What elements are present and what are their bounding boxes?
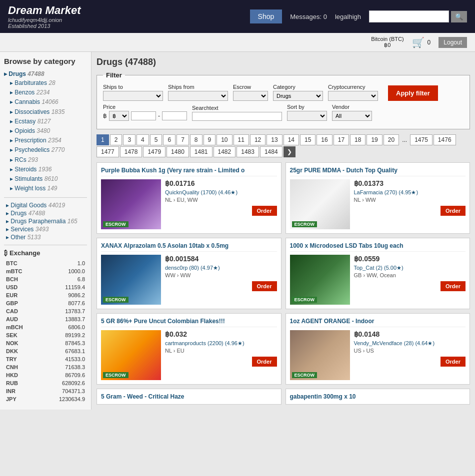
sidebar-item-prescription[interactable]: ▸ Prescription 2354	[4, 136, 87, 145]
order-button[interactable]: Order	[440, 281, 466, 291]
sidebar-item-barbiturates[interactable]: ▸ Barbiturates 28	[4, 78, 87, 88]
search-button[interactable]: 🔍	[451, 11, 467, 22]
product-vendor[interactable]: LaFarmacia (270) (4.95★)	[354, 189, 466, 196]
order-button[interactable]: Order	[252, 281, 277, 291]
exchange-value: 86709.6	[26, 372, 86, 379]
product-vendor[interactable]: QuicknQuality (1700) (4.46★)	[165, 189, 277, 196]
product-vendor[interactable]: Vendy_McVendface (28) (4.64★)	[354, 340, 466, 347]
sort-by-select[interactable]	[287, 111, 327, 121]
order-button[interactable]: Order	[252, 357, 277, 367]
product-title[interactable]: 1000 x Microdosed LSD Tabs 10ug each	[290, 242, 466, 252]
price-currency-select[interactable]: ฿	[109, 111, 129, 121]
product-info: ฿0.01373 LaFarmacia (270) (4.95★) NL › W…	[354, 179, 466, 229]
sidebar-item-drugs[interactable]: ▸ Drugs 47488	[4, 70, 87, 77]
apply-filter-button[interactable]: Apply filter	[388, 85, 438, 101]
escrow-select[interactable]	[233, 91, 268, 101]
sidebar-item-weightloss[interactable]: ▸ Weight loss 149	[4, 184, 87, 193]
sidebar-item-services[interactable]: ▸ Services 3493	[4, 226, 87, 233]
page-button-8[interactable]: 8	[190, 134, 202, 145]
sidebar-item-drugs2[interactable]: ▸ Drugs 47488	[4, 210, 87, 217]
page-button-15[interactable]: 15	[300, 134, 316, 145]
page-button-7[interactable]: 7	[176, 134, 189, 145]
page-button-13[interactable]: 13	[266, 134, 282, 145]
ships-to-select[interactable]	[103, 91, 163, 101]
page-button-1475[interactable]: 1475	[410, 134, 432, 145]
vendor-select[interactable]: All	[332, 111, 372, 121]
user-link[interactable]: legalhigh	[335, 13, 361, 20]
sidebar-item-steroids[interactable]: ▸ Steroids 1936	[4, 165, 87, 174]
cart-icon[interactable]: 🛒	[412, 36, 424, 48]
page-button-1[interactable]: 1	[96, 134, 109, 145]
cryptocurrency-select[interactable]	[328, 91, 378, 101]
sidebar-item-other[interactable]: ▸ Other 5133	[4, 234, 87, 241]
product-ships: US › US	[354, 348, 466, 354]
product-vendor[interactable]: densc0rp (80) (4.97★)	[165, 265, 277, 271]
page-button-5[interactable]: 5	[150, 134, 162, 145]
order-button[interactable]: Order	[440, 206, 466, 216]
page-button-17[interactable]: 17	[334, 134, 349, 145]
exchange-value: 13783.7	[26, 308, 86, 315]
page-button-1479[interactable]: 1479	[143, 146, 166, 157]
exchange-row: mBTC1000.0	[5, 268, 86, 275]
main-layout: Browse by category ▸ Drugs 47488 ▸ Barbi…	[0, 52, 475, 410]
category-label: Category	[273, 84, 323, 90]
exchange-row: NOK87845.3	[5, 340, 86, 347]
order-button[interactable]: Order	[252, 206, 277, 216]
page-button-2[interactable]: 2	[110, 134, 122, 145]
order-button[interactable]: Order	[440, 357, 466, 367]
page-button-11[interactable]: 11	[234, 134, 249, 145]
price-max-input[interactable]	[162, 111, 187, 120]
page-button-1480[interactable]: 1480	[166, 146, 189, 157]
searchtext-input[interactable]	[192, 112, 282, 121]
logout-button[interactable]: Logout	[438, 37, 467, 48]
product-title[interactable]: 5 GR 86%+ Pure Uncut Colombian Flakes!!!	[101, 318, 277, 327]
sidebar-item-stimulants[interactable]: ▸ Stimulants 8610	[4, 174, 87, 184]
page-button-1478[interactable]: 1478	[120, 146, 142, 157]
ships-to-label: Ships to	[103, 84, 163, 90]
page-button-1483[interactable]: 1483	[236, 146, 259, 157]
sidebar-item-digital-goods[interactable]: ▸ Digital Goods 44019	[4, 202, 87, 209]
sidebar-item-drugs-paraphernalia[interactable]: ▸ Drugs Paraphernalia 165	[4, 218, 87, 225]
sidebar-item-rcs[interactable]: ▸ RCs 293	[4, 155, 87, 165]
sidebar-item-psychedelics[interactable]: ▸ Psychedelics 2770	[4, 145, 87, 155]
bottom-title-2[interactable]: gabapentin 300mg x 10	[286, 389, 470, 405]
exchange-value: 8077.6	[26, 300, 86, 307]
page-button-19[interactable]: 19	[366, 134, 382, 145]
product-title[interactable]: 25gr PURE MDMA - Dutch Top Quality	[290, 167, 466, 176]
page-button-1477[interactable]: 1477	[96, 146, 119, 157]
bottom-titles: 5 Gram - Weed - Critical Haze gabapentin…	[96, 389, 470, 405]
page-button-1481[interactable]: 1481	[190, 146, 212, 157]
page-button-14[interactable]: 14	[284, 134, 299, 145]
sidebar-item-ecstasy[interactable]: ▸ Ecstasy 8127	[4, 117, 87, 126]
page-button-12[interactable]: 12	[250, 134, 266, 145]
product-vendor[interactable]: cartmanproducts (2200) (4.96★)	[165, 340, 277, 347]
page-button-9[interactable]: 9	[204, 134, 216, 145]
page-button-20[interactable]: 20	[384, 134, 399, 145]
page-button-6[interactable]: 6	[163, 134, 176, 145]
sidebar-item-opioids[interactable]: ▸ Opioids 3480	[4, 126, 87, 136]
product-title[interactable]: XANAX Alprazolam 0.5 Asolan 10tab x 0.5m…	[101, 242, 277, 252]
filter-row-1: Ships to Ships from Escrow Category Drug…	[103, 84, 464, 101]
product-title[interactable]: 1oz AGENT ORANGE - Indoor	[290, 318, 466, 327]
ships-from-select[interactable]	[168, 91, 228, 101]
page-button-4[interactable]: 4	[136, 134, 149, 145]
product-vendor[interactable]: Top_Cat (2) (5.00★)	[354, 265, 466, 271]
sidebar-item-cannabis[interactable]: ▸ Cannabis 14066	[4, 97, 87, 107]
sidebar-item-dissociatives[interactable]: ▸ Dissociatives 1835	[4, 107, 87, 117]
bottom-title-1[interactable]: 5 Gram - Weed - Critical Haze	[96, 389, 282, 405]
page-button-1476[interactable]: 1476	[434, 134, 456, 145]
category-select[interactable]: Drugs	[273, 91, 323, 101]
page-button-18[interactable]: 18	[350, 134, 366, 145]
messages-link[interactable]: Messages: 0	[290, 13, 327, 20]
page-button-10[interactable]: 10	[216, 134, 232, 145]
price-min-input[interactable]	[131, 111, 156, 120]
pagination-next[interactable]: ❯	[284, 146, 296, 157]
page-button-1484[interactable]: 1484	[260, 146, 282, 157]
search-input[interactable]	[369, 10, 449, 22]
sidebar-item-benzos[interactable]: ▸ Benzos 2234	[4, 88, 87, 97]
page-button-3[interactable]: 3	[123, 134, 136, 145]
page-button-16[interactable]: 16	[316, 134, 332, 145]
product-title[interactable]: Purple Bubba Kush 1g (Very rare strain -…	[101, 167, 277, 176]
shop-button[interactable]: Shop	[250, 9, 282, 23]
page-button-1482[interactable]: 1482	[214, 146, 236, 157]
